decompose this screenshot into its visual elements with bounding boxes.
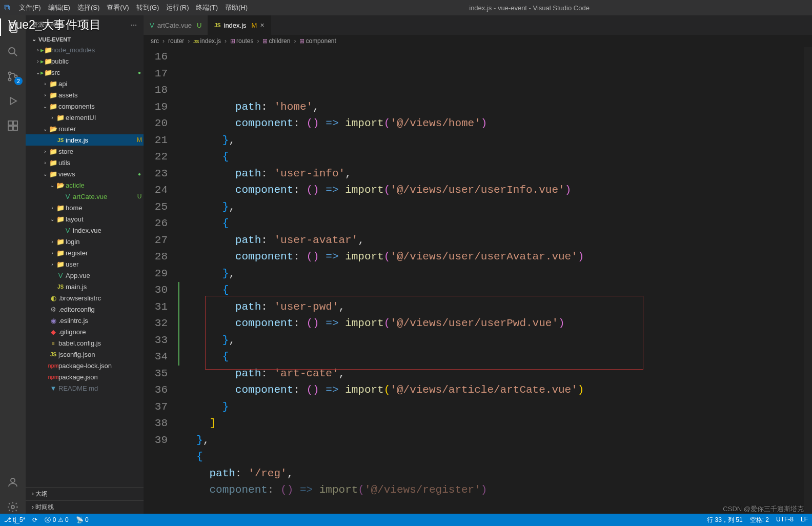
svg-point-13 xyxy=(11,505,14,509)
tree-item-label: babel.config.js xyxy=(58,339,135,347)
tree-item[interactable]: ≡babel.config.js xyxy=(26,337,144,349)
breadcrumb-item[interactable]: router xyxy=(168,37,184,45)
file-icon: 📁 xyxy=(48,159,58,167)
menu-item[interactable]: 转到(G) xyxy=(133,3,163,12)
tree-item[interactable]: npmpackage-lock.json xyxy=(26,360,144,371)
file-icon: npm xyxy=(48,363,58,369)
menu-item[interactable]: 查看(V) xyxy=(104,3,132,12)
tree-item[interactable]: ◐.browserslistrc xyxy=(26,292,144,304)
svg-point-4 xyxy=(9,72,11,75)
menu-item[interactable]: 文件(F) xyxy=(16,3,44,12)
status-position[interactable]: 行 33，列 51 xyxy=(707,516,742,524)
explorer-project-title[interactable]: ⌄ VUE-EVENT xyxy=(26,34,144,44)
breadcrumb-item[interactable]: component xyxy=(306,37,336,45)
editor-tab[interactable]: VartCate.vueU xyxy=(144,15,208,35)
minimap[interactable] xyxy=(804,47,812,514)
tree-item[interactable]: ›▸📁node_modules xyxy=(26,44,144,55)
status-branch[interactable]: ⎇ tj_5* xyxy=(4,516,25,523)
tree-item[interactable]: ›📁assets xyxy=(26,89,144,100)
tree-item[interactable]: ›📁home xyxy=(26,202,144,213)
sidebar-more-icon[interactable]: ⋯ xyxy=(131,22,137,29)
settings-gear-icon[interactable] xyxy=(6,500,19,514)
tree-item[interactable]: ⌄📁views● xyxy=(26,168,144,179)
tree-item[interactable]: ›▸📁public xyxy=(26,55,144,67)
status-sync-icon[interactable]: ⟳ xyxy=(32,516,37,523)
search-icon[interactable] xyxy=(6,45,19,58)
timeline-section[interactable]: › 时间线 xyxy=(26,500,144,514)
file-icon: V xyxy=(63,193,73,200)
tree-item[interactable]: ◉.eslintrc.js xyxy=(26,315,144,326)
menu-item[interactable]: 帮助(H) xyxy=(222,3,251,12)
menu-item[interactable]: 终端(T) xyxy=(193,3,221,12)
status-port[interactable]: 📡 0 xyxy=(76,516,89,523)
tree-item[interactable]: npmpackage.json xyxy=(26,371,144,382)
file-icon: 📁 xyxy=(55,114,66,122)
file-icon: 📁 xyxy=(48,80,58,88)
tree-item-label: home xyxy=(66,204,135,212)
tree-item[interactable]: ›📁elementUI xyxy=(26,112,144,123)
tree-item[interactable]: Vindex.vue xyxy=(26,225,144,236)
svg-rect-9 xyxy=(13,121,17,125)
tree-item-label: utils xyxy=(58,159,135,167)
tree-item[interactable]: ›📁store xyxy=(26,146,144,157)
tree-item-label: package.json xyxy=(58,373,135,381)
tree-item[interactable]: ◆.gitignore xyxy=(26,326,144,337)
status-encoding[interactable]: UTF-8 xyxy=(776,516,794,524)
breadcrumb-item[interactable]: src xyxy=(151,37,159,45)
file-icon: 📂 xyxy=(55,181,66,189)
file-icon: 📁 xyxy=(55,238,66,246)
tree-item[interactable]: JSjsconfig.json xyxy=(26,349,144,360)
status-eol[interactable]: LF xyxy=(801,516,808,524)
run-debug-icon[interactable] xyxy=(6,94,19,108)
extensions-icon[interactable] xyxy=(6,119,19,132)
breadcrumbs[interactable]: src›router›JS index.js›⊞ routes›⊞ childr… xyxy=(144,35,812,47)
breadcrumb-item[interactable]: routes xyxy=(236,37,253,45)
status-spaces[interactable]: 空格: 2 xyxy=(750,516,769,524)
file-icon: ▸📁 xyxy=(41,69,51,76)
sidebar-explorer: 资源管理器 ⋯ ⌄ VUE-EVENT ›▸📁node_modules›▸📁pu… xyxy=(26,15,144,514)
breadcrumb-item[interactable]: children xyxy=(269,37,290,45)
account-icon[interactable] xyxy=(6,476,19,489)
close-tab-icon[interactable]: × xyxy=(260,21,264,29)
tree-item[interactable]: ⚙.editorconfig xyxy=(26,304,144,315)
tree-item[interactable]: ⌄▸📁src● xyxy=(26,67,144,78)
file-icon: ⚙ xyxy=(48,306,58,313)
tree-item-label: src xyxy=(51,69,135,76)
tree-item[interactable]: ⌄📂acticle xyxy=(26,179,144,191)
tree-item-label: .editorconfig xyxy=(58,306,135,313)
outline-section[interactable]: › 大纲 xyxy=(26,487,144,500)
file-icon: 📁 xyxy=(48,91,58,99)
tree-item-label: api xyxy=(58,80,135,88)
tree-item[interactable]: ⌄📁components xyxy=(26,100,144,112)
tree-item[interactable]: ›📁utils xyxy=(26,157,144,168)
file-icon: ≡ xyxy=(48,340,58,346)
tree-item[interactable]: ▼README md xyxy=(26,382,144,394)
tree-item[interactable]: ⌄📂router xyxy=(26,123,144,134)
title-bar: ⧉ 文件(F)编辑(E)选择(S)查看(V)转到(G)运行(R)终端(T)帮助(… xyxy=(0,0,812,15)
tree-item[interactable]: ⌄📁layout xyxy=(26,213,144,225)
menu-item[interactable]: 选择(S) xyxy=(74,3,103,12)
tree-item[interactable]: ›📁register xyxy=(26,247,144,258)
tree-item[interactable]: JSmain.js xyxy=(26,281,144,292)
source-control-icon[interactable]: 2 xyxy=(6,70,19,83)
tree-item-label: store xyxy=(58,148,135,155)
tree-item[interactable]: ›📁login xyxy=(26,236,144,247)
code-content[interactable]: path: 'home', component: () => import('@… xyxy=(179,47,812,514)
file-icon: 📁 xyxy=(55,215,66,223)
tree-item[interactable]: VartCate.vueU xyxy=(26,191,144,202)
tree-item-label: router xyxy=(58,125,135,133)
editor-tab[interactable]: JSindex.jsM × xyxy=(208,15,271,35)
file-icon: ▼ xyxy=(48,385,58,392)
status-errors[interactable]: ⓧ 0 ⚠ 0 xyxy=(45,516,68,524)
tree-item[interactable]: JSindex.jsM xyxy=(26,134,144,146)
code-editor[interactable]: 1617181920212223242526272829303132333435… xyxy=(144,47,812,514)
menu-item[interactable]: 编辑(E) xyxy=(45,3,73,12)
tree-item[interactable]: ›📁user xyxy=(26,258,144,270)
tree-item-label: elementUI xyxy=(66,114,135,122)
breadcrumb-item[interactable]: index.js xyxy=(200,37,221,45)
scm-badge: 2 xyxy=(14,77,23,85)
tree-item[interactable]: VApp.vue xyxy=(26,270,144,281)
tree-item[interactable]: ›📁api xyxy=(26,78,144,89)
menu-item[interactable]: 运行(R) xyxy=(163,3,192,12)
activity-bar: 2 xyxy=(0,15,26,514)
